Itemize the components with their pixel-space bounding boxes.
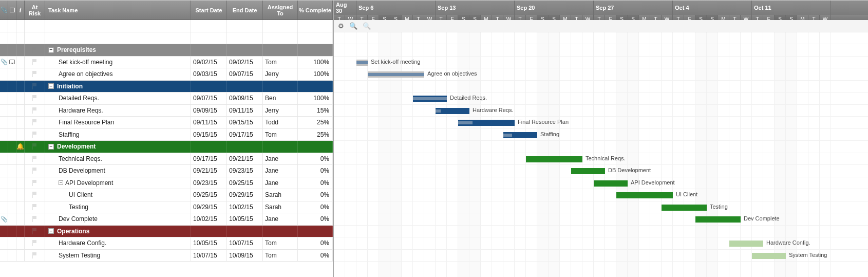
- gantt-bar[interactable]: [695, 216, 741, 223]
- cell-assigned[interactable]: [263, 44, 298, 56]
- timeline-row[interactable]: DB Development: [334, 165, 868, 177]
- cell-start[interactable]: [191, 44, 227, 56]
- cell-end[interactable]: 10/09/15: [227, 250, 263, 262]
- timeline-row[interactable]: Technical Reqs.: [334, 153, 868, 165]
- gantt-bar[interactable]: [356, 60, 368, 66]
- cell-pct[interactable]: [298, 226, 333, 237]
- cell-atrisk[interactable]: [25, 68, 45, 80]
- cell-pct[interactable]: 0%: [298, 177, 333, 189]
- cell-pct[interactable]: 100%: [298, 68, 333, 80]
- cell-atrisk[interactable]: [25, 201, 45, 213]
- collapse-icon[interactable]: −: [59, 180, 63, 185]
- cell-atrisk[interactable]: [25, 237, 45, 249]
- cell-end[interactable]: 09/09/15: [227, 93, 263, 104]
- cell-assigned[interactable]: Jane: [263, 165, 298, 177]
- cell-assigned[interactable]: Tom: [263, 129, 298, 141]
- timeline-week[interactable]: Sep 13: [436, 1, 515, 15]
- cell-end[interactable]: 09/25/15: [227, 177, 263, 189]
- cell-assigned[interactable]: Sarah: [263, 201, 298, 213]
- cell-task[interactable]: System Testing: [45, 250, 191, 262]
- collapse-icon[interactable]: −: [48, 144, 54, 150]
- cell-end[interactable]: [227, 141, 263, 153]
- zoom-out-icon[interactable]: 🔍: [349, 22, 357, 30]
- cell-start[interactable]: [191, 20, 227, 32]
- cell-end[interactable]: 09/17/15: [227, 129, 263, 141]
- cell-assigned[interactable]: [263, 32, 298, 44]
- zoom-in-icon[interactable]: 🔍: [363, 22, 371, 30]
- cell-start[interactable]: 09/03/15: [191, 68, 227, 80]
- cell-assigned[interactable]: Jane: [263, 177, 298, 189]
- cell-atrisk[interactable]: [25, 165, 45, 177]
- col-atrisk[interactable]: At Risk: [25, 1, 45, 20]
- timeline-week[interactable]: Sep 6: [356, 1, 436, 15]
- cell-atrisk[interactable]: [25, 105, 45, 117]
- cell-end[interactable]: 09/23/15: [227, 165, 263, 177]
- cell-end[interactable]: 09/07/15: [227, 68, 263, 80]
- cell-start[interactable]: 09/21/15: [191, 165, 227, 177]
- gantt-bar[interactable]: [729, 241, 763, 247]
- cell-task[interactable]: UI Client: [45, 189, 191, 201]
- timeline-week[interactable]: Sep 20: [515, 1, 594, 15]
- cell-start[interactable]: 09/23/15: [191, 177, 227, 189]
- timeline-row[interactable]: UI Client: [334, 189, 868, 201]
- cell-assigned[interactable]: [263, 20, 298, 32]
- timeline-row[interactable]: [334, 226, 868, 238]
- cell-pct[interactable]: 15%: [298, 105, 333, 117]
- settings-icon[interactable]: ⚙: [338, 22, 344, 30]
- cell-atrisk[interactable]: [25, 81, 45, 93]
- cell-start[interactable]: 09/02/15: [191, 57, 227, 68]
- cell-pct[interactable]: 0%: [298, 189, 333, 201]
- cell-start[interactable]: 09/29/15: [191, 201, 227, 213]
- timeline-row[interactable]: Detailed Reqs.: [334, 93, 868, 105]
- col-assigned[interactable]: Assigned To: [263, 1, 298, 20]
- cell-start[interactable]: [191, 81, 227, 93]
- table-row[interactable]: Testing09/29/1510/02/15Sarah0%: [0, 201, 333, 214]
- table-row[interactable]: Technical Reqs.09/17/1509/21/15Jane0%: [0, 153, 333, 165]
- timeline-week[interactable]: Oct 4: [673, 1, 752, 15]
- cell-atrisk[interactable]: [25, 189, 45, 201]
- cell-end[interactable]: [227, 32, 263, 44]
- cell-assigned[interactable]: Jerry: [263, 68, 298, 80]
- cell-assigned[interactable]: Jane: [263, 213, 298, 225]
- cell-end[interactable]: 09/21/15: [227, 153, 263, 165]
- timeline-row[interactable]: API Development: [334, 177, 868, 190]
- cell-task[interactable]: Staffing: [45, 129, 191, 141]
- cell-task[interactable]: −Initiation: [45, 81, 191, 93]
- cell-end[interactable]: 09/15/15: [227, 117, 263, 128]
- cell-pct[interactable]: 100%: [298, 93, 333, 104]
- table-row[interactable]: 📎Dev Complete10/02/1510/05/15Jane0%: [0, 213, 333, 226]
- cell-assigned[interactable]: Tom: [263, 237, 298, 249]
- cell-assigned[interactable]: Jerry: [263, 105, 298, 117]
- cell-end[interactable]: [227, 81, 263, 93]
- timeline-row[interactable]: Final Resource Plan: [334, 117, 868, 129]
- timeline-row[interactable]: System Testing: [334, 250, 868, 262]
- timeline-row[interactable]: [334, 81, 868, 93]
- col-info[interactable]: i: [16, 1, 25, 20]
- table-row[interactable]: System Testing10/07/1510/09/15Tom0%: [0, 250, 333, 262]
- table-row[interactable]: −API Development09/23/1509/25/15Jane0%: [0, 177, 333, 190]
- table-row[interactable]: Detailed Reqs.09/07/1509/09/15Ben100%: [0, 93, 333, 105]
- gantt-bar[interactable]: [368, 71, 424, 78]
- timeline-week[interactable]: Sep 27: [594, 1, 673, 15]
- cell-task[interactable]: Agree on objectives: [45, 68, 191, 80]
- col-end[interactable]: End Date: [227, 1, 263, 20]
- cell-task[interactable]: Hardware Reqs.: [45, 105, 191, 117]
- cell-task[interactable]: Dev Complete: [45, 213, 191, 225]
- cell-start[interactable]: 10/02/15: [191, 213, 227, 225]
- cell-assigned[interactable]: [263, 226, 298, 237]
- section-row[interactable]: −Initiation: [0, 81, 333, 93]
- cell-atrisk[interactable]: [25, 213, 45, 225]
- cell-pct[interactable]: 0%: [298, 201, 333, 213]
- cell-task[interactable]: −Development: [45, 141, 191, 153]
- timeline-row[interactable]: [334, 32, 868, 45]
- cell-atrisk[interactable]: [25, 153, 45, 165]
- table-row[interactable]: Hardware Reqs.09/09/1509/11/15Jerry15%: [0, 105, 333, 117]
- cell-task[interactable]: −Prerequisites: [45, 44, 191, 56]
- cell-atrisk[interactable]: [25, 44, 45, 56]
- cell-end[interactable]: [227, 20, 263, 32]
- timeline-row[interactable]: Hardware Config.: [334, 237, 868, 250]
- cell-pct[interactable]: [298, 141, 333, 153]
- cell-end[interactable]: 09/29/15: [227, 189, 263, 201]
- cell-atrisk[interactable]: [25, 141, 45, 153]
- cell-atrisk[interactable]: [25, 32, 45, 44]
